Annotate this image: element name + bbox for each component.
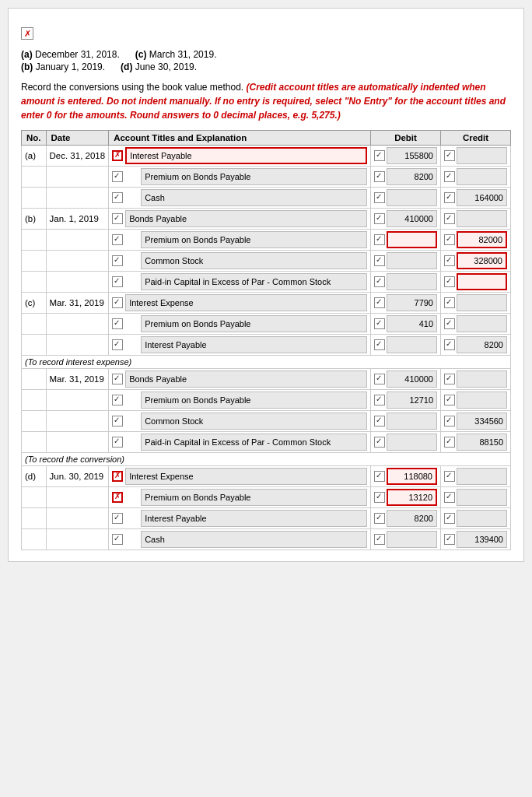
debit-cell xyxy=(371,508,441,529)
amount-input[interactable] xyxy=(387,231,437,248)
date-cell: Jun. 30, 2019 xyxy=(46,466,109,487)
amount-input[interactable] xyxy=(457,434,507,451)
date-cell xyxy=(46,251,109,272)
credit-cell xyxy=(441,251,511,272)
credit-cell xyxy=(441,167,511,188)
amount-input[interactable] xyxy=(457,510,507,527)
no-cell: (b) xyxy=(22,209,47,230)
table-row xyxy=(22,508,511,529)
account-cell xyxy=(109,188,371,209)
checkbox-error xyxy=(112,471,123,482)
checkbox-checked xyxy=(444,513,455,524)
amount-input[interactable] xyxy=(387,273,437,290)
amount-input[interactable] xyxy=(387,468,437,485)
instructions-2: Record the conversions using the book va… xyxy=(21,80,511,122)
credit-cell xyxy=(441,411,511,432)
checkbox-checked xyxy=(374,171,385,182)
checkbox-checked xyxy=(444,416,455,427)
credit-cell xyxy=(441,335,511,356)
amount-input[interactable] xyxy=(387,434,437,451)
account-input[interactable] xyxy=(141,189,367,206)
amount-input[interactable] xyxy=(387,294,437,311)
checkbox-checked xyxy=(444,213,455,224)
amount-input[interactable] xyxy=(457,370,507,388)
account-input[interactable] xyxy=(141,336,367,353)
credit-cell xyxy=(441,272,511,293)
date-cell xyxy=(46,432,109,453)
account-input[interactable] xyxy=(141,489,367,506)
amount-input[interactable] xyxy=(387,391,437,409)
debit-cell xyxy=(371,411,441,432)
account-cell xyxy=(109,390,371,411)
no-cell xyxy=(22,529,47,550)
amount-input[interactable] xyxy=(387,531,437,548)
amount-input[interactable] xyxy=(387,252,437,269)
checkbox-checked xyxy=(444,255,455,266)
checkbox-checked xyxy=(374,234,385,245)
account-input[interactable] xyxy=(141,168,367,185)
account-input[interactable] xyxy=(141,315,367,332)
account-cell xyxy=(109,335,371,356)
amount-input[interactable] xyxy=(387,370,437,388)
amount-input[interactable] xyxy=(457,531,507,548)
account-input[interactable] xyxy=(141,252,367,269)
checkbox-checked xyxy=(112,416,123,427)
amount-input[interactable] xyxy=(387,510,437,527)
amount-input[interactable] xyxy=(457,147,507,164)
amount-input[interactable] xyxy=(457,231,507,248)
account-cell xyxy=(109,466,371,487)
account-input[interactable] xyxy=(141,510,367,527)
amount-input[interactable] xyxy=(457,315,507,332)
table-row xyxy=(22,487,511,508)
amount-input[interactable] xyxy=(387,413,437,430)
account-input[interactable] xyxy=(125,147,367,164)
credit-cell xyxy=(441,466,511,487)
amount-input[interactable] xyxy=(457,273,507,290)
account-input[interactable] xyxy=(141,273,367,290)
credit-cell xyxy=(441,188,511,209)
debit-cell xyxy=(371,466,441,487)
credit-cell xyxy=(441,209,511,230)
status-bar: ✗ xyxy=(21,27,511,40)
account-input[interactable] xyxy=(125,210,367,227)
date-cell xyxy=(46,335,109,356)
amount-input[interactable] xyxy=(387,336,437,353)
amount-input[interactable] xyxy=(457,294,507,311)
checkbox-checked xyxy=(444,492,455,503)
checkbox-checked xyxy=(374,513,385,524)
table-row: Mar. 31, 2019 xyxy=(22,369,511,390)
note-row: (To record interest expense) xyxy=(22,356,511,369)
account-input[interactable] xyxy=(141,434,367,451)
account-input[interactable] xyxy=(141,231,367,248)
amount-input[interactable] xyxy=(457,336,507,353)
amount-input[interactable] xyxy=(457,252,507,269)
account-input[interactable] xyxy=(141,391,367,409)
debit-cell xyxy=(371,272,441,293)
no-cell xyxy=(22,411,47,432)
account-input[interactable] xyxy=(125,294,367,311)
amount-input[interactable] xyxy=(457,210,507,227)
amount-input[interactable] xyxy=(387,315,437,332)
account-input[interactable] xyxy=(141,413,367,430)
amount-input[interactable] xyxy=(457,489,507,506)
amount-input[interactable] xyxy=(387,147,437,164)
amount-input[interactable] xyxy=(457,189,507,206)
amount-input[interactable] xyxy=(457,168,507,185)
amount-input[interactable] xyxy=(387,210,437,227)
amount-input[interactable] xyxy=(387,189,437,206)
amount-input[interactable] xyxy=(457,468,507,485)
amount-input[interactable] xyxy=(387,168,437,185)
amount-input[interactable] xyxy=(457,391,507,409)
amount-input[interactable] xyxy=(457,413,507,430)
account-input[interactable] xyxy=(141,531,367,548)
checkbox-checked xyxy=(444,276,455,287)
amount-input[interactable] xyxy=(387,489,437,506)
no-cell xyxy=(22,167,47,188)
table-row: (a)Dec. 31, 2018 xyxy=(22,146,511,167)
debit-cell xyxy=(371,432,441,453)
account-input[interactable] xyxy=(125,468,367,485)
account-input[interactable] xyxy=(125,370,367,388)
account-cell xyxy=(109,293,371,314)
checkbox-error xyxy=(112,492,123,503)
debit-cell xyxy=(371,335,441,356)
